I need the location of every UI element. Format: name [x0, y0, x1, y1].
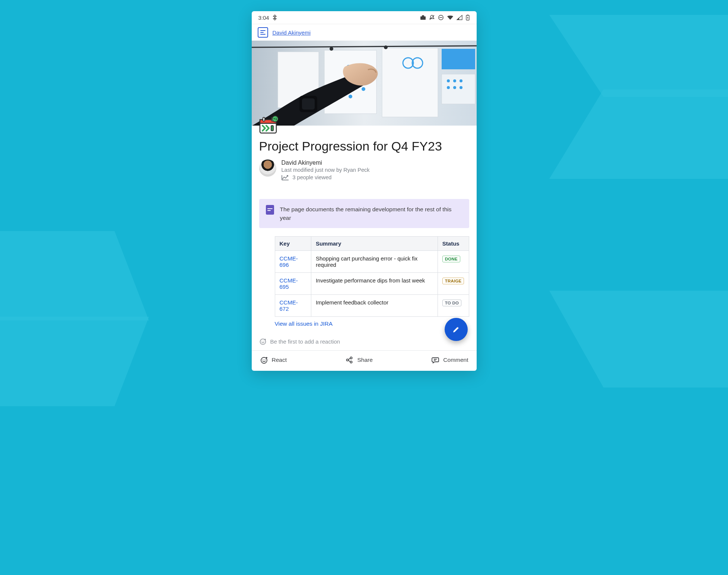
bg-shape — [0, 317, 149, 406]
react-label: React — [272, 357, 287, 363]
view-all-issues-link[interactable]: View all issues in JIRA — [275, 320, 333, 327]
issue-key-link[interactable]: CCME-695 — [280, 277, 298, 290]
bottom-bar: React Share Comment — [252, 350, 477, 371]
phone-frame: 3:04 — [252, 11, 477, 371]
reaction-prompt: Be the first to add a reaction — [270, 338, 340, 345]
svg-point-21 — [460, 79, 462, 82]
reaction-strip[interactable]: Be the first to add a reaction — [252, 327, 477, 350]
svg-line-54 — [349, 358, 351, 360]
svg-rect-11 — [442, 49, 475, 69]
author-name[interactable]: David Akinyemi — [282, 159, 370, 166]
page-title: Project Progression for Q4 FY23 — [259, 138, 469, 154]
add-reaction-icon[interactable] — [259, 338, 267, 345]
svg-point-29 — [384, 45, 388, 49]
note-icon — [266, 205, 274, 215]
svg-rect-31 — [302, 98, 315, 110]
svg-point-51 — [347, 359, 349, 361]
bg-shape — [549, 89, 728, 179]
status-badge: DONE — [442, 256, 460, 262]
svg-point-28 — [330, 47, 333, 51]
issues-table-wrap: Key Summary Status CCME-696Shopping cart… — [275, 236, 469, 317]
svg-point-17 — [349, 95, 352, 98]
breadcrumb: David Akinyemi — [252, 24, 477, 41]
col-key: Key — [275, 237, 311, 251]
issue-key-link[interactable]: CCME-696 — [280, 255, 298, 268]
svg-rect-12 — [442, 74, 475, 104]
status-badge: TRAIGE — [442, 278, 464, 284]
svg-point-22 — [447, 86, 450, 89]
pencil-icon — [452, 325, 460, 334]
info-panel-text: The page documents the remaining develop… — [280, 205, 462, 222]
svg-point-19 — [447, 79, 450, 82]
svg-rect-6 — [467, 15, 468, 16]
viewed-count[interactable]: 3 people viewed — [293, 174, 332, 180]
bell-off-icon — [429, 15, 435, 20]
issue-summary: Investigate performance dips from last w… — [311, 273, 438, 295]
signal-icon — [457, 15, 462, 20]
avatar[interactable] — [259, 159, 276, 177]
wifi-icon — [447, 15, 454, 20]
dnd-icon — [438, 15, 444, 20]
svg-rect-1 — [422, 15, 424, 16]
comment-button[interactable]: Comment — [431, 356, 468, 364]
info-panel: The page documents the remaining develop… — [259, 199, 469, 228]
svg-point-16 — [362, 87, 365, 91]
issues-table: Key Summary Status CCME-696Shopping cart… — [275, 236, 469, 317]
battery-icon — [465, 15, 470, 20]
svg-point-43 — [263, 341, 264, 342]
briefcase-icon — [420, 15, 426, 20]
svg-point-20 — [453, 79, 456, 82]
issue-key-link[interactable]: CCME-672 — [280, 299, 298, 312]
share-label: Share — [357, 357, 372, 363]
table-row: CCME-695Investigate performance dips fro… — [275, 273, 469, 295]
edit-fab[interactable] — [445, 318, 468, 341]
analytics-icon — [282, 174, 289, 180]
bg-shape — [0, 231, 149, 320]
bg-shape — [549, 15, 728, 97]
sync-icon — [272, 15, 277, 20]
svg-rect-0 — [420, 16, 426, 20]
breadcrumb-author-link[interactable]: David Akinyemi — [273, 29, 311, 36]
comment-icon — [431, 356, 439, 364]
issue-summary: Implement feedback collector — [311, 295, 438, 317]
page-emoji-icon: +1 — [258, 114, 279, 135]
bg-shape — [549, 291, 728, 388]
react-icon — [260, 356, 268, 364]
svg-rect-38 — [271, 126, 273, 131]
status-time: 3:04 — [258, 15, 269, 21]
svg-point-46 — [261, 357, 267, 363]
comment-label: Comment — [443, 357, 468, 363]
table-row: CCME-696Shopping cart purchasing error -… — [275, 251, 469, 273]
svg-point-47 — [263, 359, 263, 360]
svg-text:+1: +1 — [273, 117, 277, 121]
page-content: Project Progression for Q4 FY23 David Ak… — [252, 126, 477, 180]
svg-point-23 — [453, 86, 456, 89]
react-button[interactable]: React — [260, 356, 287, 364]
svg-line-55 — [349, 360, 351, 361]
doc-icon — [258, 27, 268, 38]
hero-image: +1 — [252, 41, 477, 126]
share-icon — [345, 356, 353, 364]
col-status: Status — [438, 237, 469, 251]
svg-point-24 — [460, 86, 462, 89]
status-badge: TO DO — [442, 300, 461, 306]
svg-rect-34 — [263, 117, 265, 121]
status-bar: 3:04 — [252, 11, 477, 24]
table-row: CCME-672Implement feedback collectorTO D… — [275, 295, 469, 317]
issue-summary: Shopping cart purchasing error - quick f… — [311, 251, 438, 273]
share-button[interactable]: Share — [345, 356, 372, 364]
col-summary: Summary — [311, 237, 438, 251]
page-meta: David Akinyemi Last modified just now by… — [259, 159, 469, 180]
modified-line: Last modified just now by Ryan Peck — [282, 167, 370, 173]
svg-point-48 — [264, 359, 265, 360]
svg-point-42 — [261, 341, 262, 342]
